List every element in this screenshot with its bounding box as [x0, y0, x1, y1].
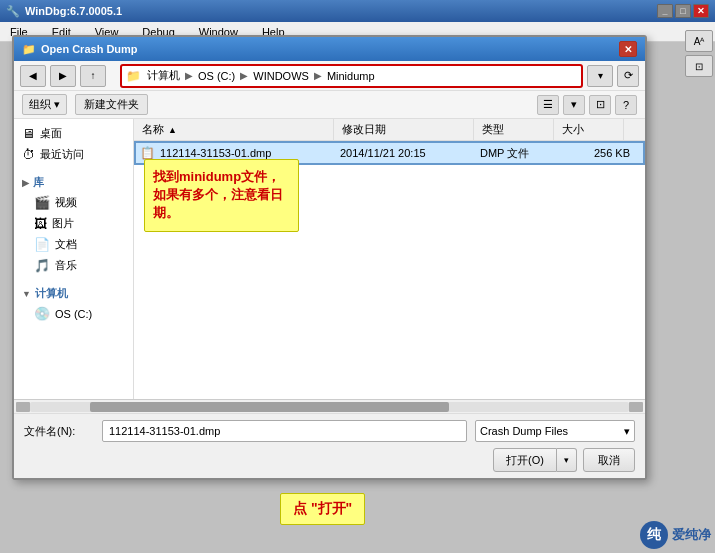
dialog-close-button[interactable]: ✕ [619, 41, 637, 57]
help-button[interactable]: ? [615, 95, 637, 115]
watermark: 纯 爱纯净 [640, 521, 711, 549]
breadcrumb-c[interactable]: OS (C:) [195, 69, 238, 83]
nav-documents[interactable]: 📄 文档 [14, 234, 133, 255]
scroll-thumb[interactable] [90, 402, 449, 412]
new-folder-button[interactable]: 新建文件夹 [75, 94, 148, 115]
view-list-button[interactable]: ☰ [537, 95, 559, 115]
minimize-button[interactable]: _ [657, 4, 673, 18]
bottom-buttons: 打开(O) ▾ 取消 [24, 448, 635, 472]
refresh-button[interactable]: ⟳ [617, 65, 639, 87]
open-button-group: 打开(O) ▾ [493, 448, 577, 472]
secondary-toolbar: 组织 ▾ 新建文件夹 ☰ ▾ ⊡ ? [14, 91, 645, 119]
windbg-window: 🔧 WinDbg:6.7.0005.1 _ □ ✕ File Edit View… [0, 0, 715, 553]
file-icon: 📋 [140, 146, 155, 160]
breadcrumb-arrow-3: ▶ [314, 70, 322, 81]
col-size-header[interactable]: 大小 [554, 119, 624, 140]
nav-desktop[interactable]: 🖥 桌面 [14, 123, 133, 144]
up-button[interactable]: ↑ [80, 65, 106, 87]
windbg-close-button[interactable]: ✕ [693, 4, 709, 18]
watermark-logo: 纯 [640, 521, 668, 549]
right-side-panel: Aᴬ ⊡ [685, 30, 713, 77]
nav-computer-header[interactable]: ▼ 计算机 [14, 282, 133, 303]
dialog-title-icon: 📁 [22, 43, 36, 56]
open-dropdown-arrow[interactable]: ▾ [557, 448, 577, 472]
col-date-header[interactable]: 修改日期 [334, 119, 474, 140]
col-type-header[interactable]: 类型 [474, 119, 554, 140]
click-annotation: 点 "打开" [280, 493, 365, 525]
nav-c-drive[interactable]: 💿 OS (C:) [14, 303, 133, 324]
desktop-icon: 🖥 [22, 126, 35, 141]
open-crash-dump-dialog: 📁 Open Crash Dump ✕ ◀ ▶ ↑ 📁 计算机 ▶ OS (C:… [12, 35, 647, 480]
windbg-titlebar: 🔧 WinDbg:6.7.0005.1 _ □ ✕ [0, 0, 715, 22]
scroll-left-btn[interactable] [16, 402, 30, 412]
file-date-cell: 2014/11/21 20:15 [340, 147, 480, 159]
grid-button[interactable]: ⊡ [685, 55, 713, 77]
horizontal-scrollbar[interactable] [14, 399, 645, 413]
nav-recent[interactable]: ⏱ 最近访问 [14, 144, 133, 165]
pictures-icon: 🖼 [34, 216, 47, 231]
file-name-cell: 📋 112114-31153-01.dmp [140, 146, 340, 160]
filter-label: Crash Dump Files [480, 425, 568, 437]
dropdown-arrow-button[interactable]: ▾ [587, 65, 613, 87]
browser-area: 🖥 桌面 ⏱ 最近访问 ▶ 库 🎬 视频 🖼 图片 [14, 119, 645, 399]
video-icon: 🎬 [34, 195, 50, 210]
filename-input[interactable] [102, 420, 467, 442]
filename-row: 文件名(N): Crash Dump Files ▾ [24, 420, 635, 442]
breadcrumb: 计算机 ▶ OS (C:) ▶ WINDOWS ▶ Minidump [144, 67, 378, 84]
sort-arrow: ▲ [168, 125, 177, 135]
file-type-cell: DMP 文件 [480, 146, 560, 161]
folder-nav-icon: 📁 [126, 69, 141, 83]
cancel-button[interactable]: 取消 [583, 448, 635, 472]
address-bar[interactable]: 📁 计算机 ▶ OS (C:) ▶ WINDOWS ▶ Minidump [120, 64, 583, 88]
col-name-header[interactable]: 名称 ▲ [134, 119, 334, 140]
bottom-bar: 文件名(N): Crash Dump Files ▾ 打开(O) ▾ 取消 [14, 413, 645, 478]
breadcrumb-windows[interactable]: WINDOWS [250, 69, 312, 83]
view-grid-button[interactable]: ⊡ [589, 95, 611, 115]
view-dropdown-button[interactable]: ▾ [563, 95, 585, 115]
organize-label: 组织 ▾ [29, 97, 60, 112]
filter-dropdown[interactable]: Crash Dump Files ▾ [475, 420, 635, 442]
new-folder-label: 新建文件夹 [84, 98, 139, 110]
file-size-cell: 256 KB [560, 147, 630, 159]
open-button[interactable]: 打开(O) [493, 448, 557, 472]
scroll-right-btn[interactable] [629, 402, 643, 412]
library-expand-arrow: ▶ [22, 178, 29, 188]
file-list: 名称 ▲ 修改日期 类型 大小 📋 [134, 119, 645, 399]
nav-pictures[interactable]: 🖼 图片 [14, 213, 133, 234]
nav-library-header[interactable]: ▶ 库 [14, 171, 133, 192]
maximize-button[interactable]: □ [675, 4, 691, 18]
breadcrumb-computer[interactable]: 计算机 [144, 67, 183, 84]
tooltip-annotation: 找到minidump文件，如果有多个，注意看日期。 [144, 159, 299, 232]
recent-icon: ⏱ [22, 147, 35, 162]
windbg-icon: 🔧 [6, 5, 20, 18]
aa-button[interactable]: Aᴬ [685, 30, 713, 52]
dialog-titlebar: 📁 Open Crash Dump ✕ [14, 37, 645, 61]
music-icon: 🎵 [34, 258, 50, 273]
documents-icon: 📄 [34, 237, 50, 252]
watermark-text: 爱纯净 [672, 526, 711, 544]
nav-panel: 🖥 桌面 ⏱ 最近访问 ▶ 库 🎬 视频 🖼 图片 [14, 119, 134, 399]
dialog-title-text: Open Crash Dump [41, 43, 138, 55]
computer-expand-arrow: ▼ [22, 289, 31, 299]
breadcrumb-arrow-1: ▶ [185, 70, 193, 81]
filter-arrow: ▾ [624, 425, 630, 438]
computer-label: 计算机 [35, 286, 68, 301]
column-headers: 名称 ▲ 修改日期 类型 大小 [134, 119, 645, 141]
filename-label: 文件名(N): [24, 424, 94, 439]
back-button[interactable]: ◀ [20, 65, 46, 87]
dialog-toolbar: ◀ ▶ ↑ 📁 计算机 ▶ OS (C:) ▶ WINDOWS ▶ Minidu… [14, 61, 645, 91]
nav-video[interactable]: 🎬 视频 [14, 192, 133, 213]
scroll-track[interactable] [30, 402, 629, 412]
windbg-controls: _ □ ✕ [657, 4, 709, 18]
nav-music[interactable]: 🎵 音乐 [14, 255, 133, 276]
organize-button[interactable]: 组织 ▾ [22, 94, 67, 115]
drive-icon: 💿 [34, 306, 50, 321]
breadcrumb-minidump[interactable]: Minidump [324, 69, 378, 83]
breadcrumb-arrow-2: ▶ [240, 70, 248, 81]
library-label: 库 [33, 175, 44, 190]
forward-button[interactable]: ▶ [50, 65, 76, 87]
windbg-title: WinDbg:6.7.0005.1 [25, 5, 122, 17]
